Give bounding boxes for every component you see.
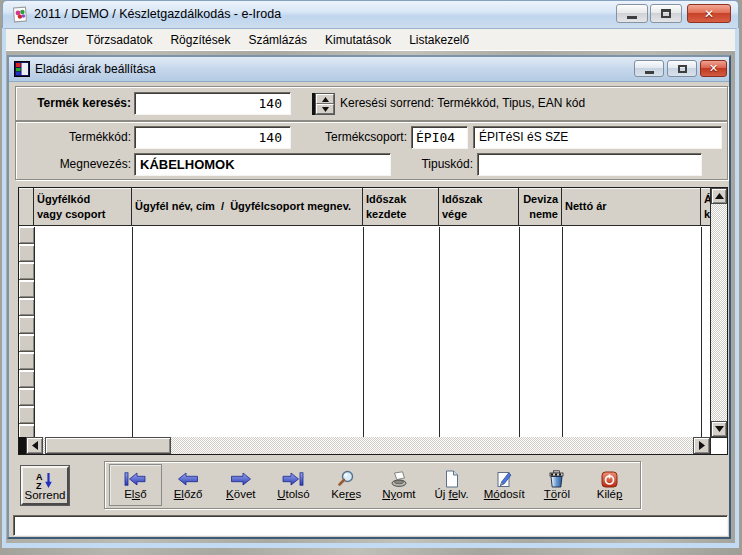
child-window-icon xyxy=(14,61,30,77)
next-icon xyxy=(230,470,252,488)
type-code-input[interactable] xyxy=(477,153,702,176)
trash-icon xyxy=(548,470,565,488)
scrollbar-corner xyxy=(710,437,727,454)
search-icon xyxy=(337,470,355,488)
child-window: Eladási árak beállítása ✕ Termék keresés… xyxy=(7,55,731,539)
sort-button[interactable]: A Z Sorrend xyxy=(21,466,69,505)
edit-button[interactable]: Módosít xyxy=(478,464,531,506)
product-group-code-input[interactable]: ÉPI04 xyxy=(411,126,468,149)
child-minimize-button[interactable] xyxy=(634,60,664,77)
col-header-ugyfelnev: Ügyfél név, cím / Ügyfélcsoport megnev. xyxy=(132,188,363,225)
last-icon xyxy=(282,470,304,488)
scroll-down-icon[interactable] xyxy=(711,421,727,437)
menu-item-kimutatasok[interactable]: Kimutatások xyxy=(316,30,400,50)
mdi-area: Eladási árak beállítása ✕ Termék keresés… xyxy=(6,51,735,543)
first-button[interactable]: Első xyxy=(109,464,162,506)
menu-item-szamlazas[interactable]: Számlázás xyxy=(239,30,316,50)
child-client: Termék keresés: 140 Keres xyxy=(9,83,729,537)
exit-button[interactable]: Kilép xyxy=(583,464,636,506)
col-header-deviza-neme: Deviza neme xyxy=(519,188,562,225)
child-titlebar: Eladási árak beállítása ✕ xyxy=(9,57,729,82)
new-document-icon xyxy=(444,470,460,488)
window-title: 2011 / DEMO / Készletgazdálkodás - e-Iro… xyxy=(34,1,281,28)
child-window-title: Eladási árak beállítása xyxy=(35,62,156,76)
last-button[interactable]: Utolsó xyxy=(267,464,320,506)
main-window: 2011 / DEMO / Készletgazdálkodás - e-Iro… xyxy=(2,0,739,548)
new-record-button[interactable]: Új felv. xyxy=(425,464,478,506)
window-frame: Rendszer Törzsadatok Rögzítések Számlázá… xyxy=(2,28,739,548)
menu-item-rendszer[interactable]: Rendszer xyxy=(8,30,77,50)
spin-down-icon[interactable] xyxy=(316,104,334,114)
scroll-right-icon[interactable] xyxy=(693,437,710,454)
desktop: { "window": { "title": "2011 / DEMO / Ké… xyxy=(0,0,742,555)
col-header-netto-ar: Nettó ár xyxy=(562,188,701,225)
name-input[interactable]: KÁBELHOMOK xyxy=(134,153,391,176)
previous-icon xyxy=(177,470,199,488)
app-icon xyxy=(11,6,29,24)
scroll-left-icon[interactable] xyxy=(26,437,43,454)
product-search-label: Termék keresés: xyxy=(15,92,131,115)
nav-toolbar: Első Előző xyxy=(104,461,641,509)
minimize-button[interactable] xyxy=(616,4,648,23)
product-group-name-field: ÉPITéSI éS SZE xyxy=(473,126,722,149)
first-icon xyxy=(124,470,146,488)
sort-button-label: Sorrend xyxy=(25,489,66,501)
spin-up-icon[interactable] xyxy=(316,94,334,104)
grid-horizontal-scrollbar[interactable] xyxy=(19,437,710,454)
price-grid: Ügyfélkód vagy csoport Ügyfél név, cím /… xyxy=(18,187,728,455)
search-button[interactable]: Keres xyxy=(320,464,373,506)
main-titlebar: 2011 / DEMO / Készletgazdálkodás - e-Iro… xyxy=(2,0,739,28)
svg-text:Z: Z xyxy=(36,480,42,489)
menu-item-torzsadatok[interactable]: Törzsadatok xyxy=(77,30,161,50)
sort-az-icon: A Z xyxy=(34,471,56,489)
menu-item-rogzitesek[interactable]: Rögzítések xyxy=(161,30,239,50)
print-icon xyxy=(390,470,408,488)
search-spinner[interactable] xyxy=(312,93,335,115)
grid-row-headers xyxy=(19,227,34,438)
exit-power-icon xyxy=(601,470,618,488)
scrollbar-thumb[interactable] xyxy=(45,437,171,454)
menu-bar: Rendszer Törzsadatok Rögzítések Számlázá… xyxy=(6,29,735,51)
maximize-button[interactable] xyxy=(650,4,682,23)
previous-button[interactable]: Előző xyxy=(162,464,215,506)
search-order-label: Keresési sorrend: Termékkód, Tipus, EAN … xyxy=(340,92,660,115)
delete-button[interactable]: Töröl xyxy=(531,464,584,506)
child-close-button[interactable]: ✕ xyxy=(700,60,727,77)
scrollbar-stub xyxy=(19,437,26,454)
name-label: Megnevezés: xyxy=(15,153,131,176)
grid-vertical-scrollbar[interactable] xyxy=(710,188,727,437)
menu-item-listakezelo[interactable]: Listakezelő xyxy=(400,30,478,50)
grid-corner-cell xyxy=(19,188,34,225)
product-code-input[interactable]: 140 xyxy=(134,126,291,149)
product-code-label: Termékkód: xyxy=(15,126,131,149)
scroll-up-icon[interactable] xyxy=(711,188,727,204)
grid-header: Ügyfélkód vagy csoport Ügyfél név, cím /… xyxy=(19,188,727,226)
col-header-ugyfelkod: Ügyfélkód vagy csoport xyxy=(34,188,132,225)
col-header-idoszak-vege: Időszak vége xyxy=(439,188,519,225)
status-input[interactable] xyxy=(13,515,728,536)
product-search-input[interactable]: 140 xyxy=(134,92,291,115)
next-button[interactable]: Követ xyxy=(214,464,267,506)
child-maximize-button[interactable] xyxy=(667,60,697,77)
col-header-idoszak-kezdete: Időszak kezdete xyxy=(363,188,439,225)
grid-body[interactable] xyxy=(19,227,727,437)
type-code-label: Tipuskód: xyxy=(399,153,473,176)
print-button[interactable]: Nyomt xyxy=(373,464,426,506)
product-group-label: Termékcsoport: xyxy=(299,126,407,149)
edit-icon xyxy=(496,470,513,488)
close-button[interactable]: ✕ xyxy=(687,4,731,23)
